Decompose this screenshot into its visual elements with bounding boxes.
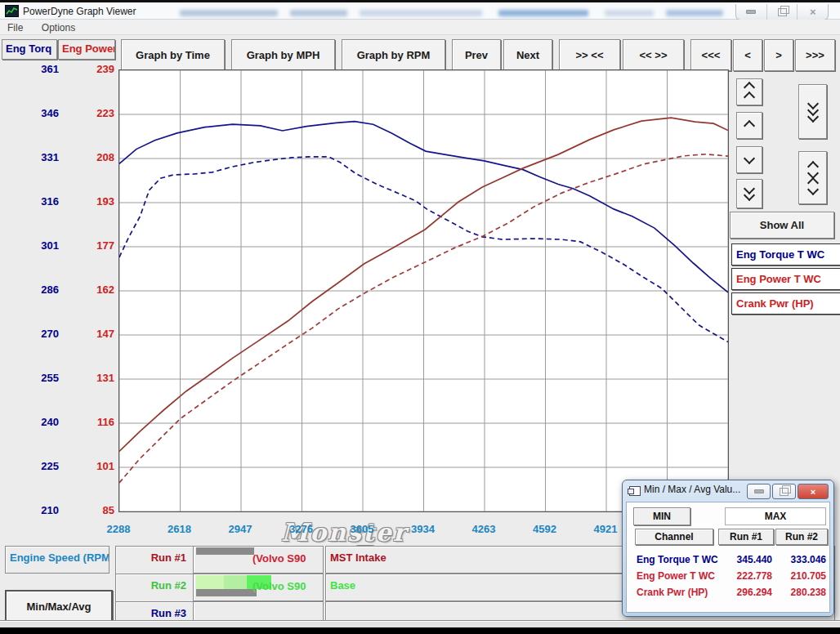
chevron-up-icon <box>744 91 755 102</box>
toolbar-button--[interactable]: <<< <box>690 39 731 71</box>
minmax-window-icon <box>629 486 641 496</box>
minmax-run2-value: 333.046 <box>775 554 826 565</box>
menubar: File Options <box>0 20 840 35</box>
toolbar-button--[interactable]: > <box>764 39 793 71</box>
minmax-row-crank-pwr-hp-: Crank Pwr (HP)296.294280.238 <box>627 584 829 601</box>
scroll-button-tall-down-down-down[interactable] <box>798 84 827 139</box>
toolbar-button-next[interactable]: Next <box>503 39 552 71</box>
graph-canvas <box>119 70 728 511</box>
y-tick-torque: 331 <box>16 151 59 163</box>
scroll-button-down-down[interactable] <box>736 179 762 208</box>
show-all-button[interactable]: Show All <box>730 212 834 239</box>
minmax-restore-button[interactable] <box>772 484 796 499</box>
minmax-minimize-button[interactable] <box>747 484 771 499</box>
y-tick-torque: 210 <box>16 504 59 516</box>
minmax-window-controls: × <box>747 484 829 499</box>
toolbar-button-graph-by-time[interactable]: Graph by Time <box>121 39 225 71</box>
minmax-channel-name: Eng Power T WC <box>637 570 715 582</box>
y-tick-power: 131 <box>72 372 114 384</box>
minimize-icon <box>754 489 764 493</box>
restore-button[interactable] <box>767 4 798 20</box>
redacted-text <box>180 10 278 16</box>
scroll-button-up[interactable] <box>736 112 762 139</box>
dyno-graph[interactable]: Monster Tune <box>118 69 729 512</box>
minimize-button[interactable] <box>736 4 767 20</box>
column-header-run2: Run #2 <box>775 529 828 545</box>
app-window: PowerDyne Graph Viewer × File Options En… <box>0 0 840 634</box>
restore-icon <box>778 8 787 16</box>
x-tick: 4263 <box>458 523 509 535</box>
chevron-down-icon <box>744 152 755 163</box>
chevron-up-icon <box>744 119 755 131</box>
x-tick: 2947 <box>215 523 266 535</box>
redacted-text <box>605 10 654 16</box>
window-controls: × <box>735 4 829 20</box>
minmaxavg-button[interactable]: Min/Max/Avg <box>5 590 113 623</box>
toolbar-button--[interactable]: << >> <box>623 39 684 71</box>
run1-swatch <box>196 547 254 555</box>
y-tick-torque: 225 <box>16 460 59 472</box>
scroll-button-up-up[interactable] <box>736 78 762 105</box>
toolbar-button--[interactable]: >> << <box>559 39 620 71</box>
y-tick-torque: 255 <box>16 372 59 384</box>
scroll-button-tall-up-down-up-down[interactable] <box>798 151 827 204</box>
y-tick-power: 101 <box>72 460 114 472</box>
x-tick: 4592 <box>520 523 570 535</box>
run2-gray-bar <box>196 589 257 596</box>
max-button[interactable]: MAX <box>725 507 826 525</box>
y-tick-torque: 316 <box>16 195 59 208</box>
y-tick-power: 239 <box>72 63 114 75</box>
engine-speed-box: Engine Speed (RPM) <box>5 546 109 574</box>
redacted-text <box>360 10 482 16</box>
y-tick-power: 162 <box>72 284 114 296</box>
toolbar-button-graph-by-rpm[interactable]: Graph by RPM <box>342 39 445 71</box>
x-tick: 2618 <box>154 523 205 535</box>
minmax-run2-value: 280.238 <box>775 587 826 598</box>
app-icon <box>5 5 19 17</box>
toolbar-button-prev[interactable]: Prev <box>452 39 501 71</box>
menu-file[interactable]: File <box>0 20 30 35</box>
run-legend-box-1: (Volvo S90 <box>193 546 324 574</box>
redacted-text <box>290 10 347 16</box>
engine-speed-label: Engine Speed (RPM) <box>6 547 109 564</box>
y-tick-power: 116 <box>72 416 114 428</box>
scroll-button-down[interactable] <box>736 146 762 173</box>
y-tick-torque: 346 <box>16 107 59 119</box>
minmax-row-eng-power-t-wc: Eng Power T WC222.778210.705 <box>627 568 829 584</box>
channel-button-eng-torque-t-wc[interactable]: Eng Torque T WC <box>731 243 840 266</box>
minmax-window[interactable]: Min / Max / Avg Valu... × MIN MAX Channe… <box>622 480 834 617</box>
minmax-window-title: Min / Max / Avg Valu... <box>644 484 740 495</box>
channel-button-eng-power-t-wc[interactable]: Eng Power T WC <box>731 268 840 290</box>
menu-options[interactable]: Options <box>34 20 83 35</box>
y-tick-torque: 301 <box>16 239 59 252</box>
close-icon: × <box>810 7 816 17</box>
channel-button-crank-pwr-hp-[interactable]: Crank Pwr (HP) <box>731 292 840 315</box>
run-legend-box-2: (Volvo S90 <box>193 574 324 601</box>
tab-eng-torque-axis[interactable]: Eng Torq <box>2 39 57 60</box>
close-button[interactable]: × <box>798 4 828 20</box>
x-tick: 2288 <box>93 523 144 535</box>
restore-icon <box>780 488 789 496</box>
tab-eng-power-axis[interactable]: Eng Power <box>58 39 115 60</box>
toolbar-button-graph-by-mph[interactable]: Graph by MPH <box>231 39 335 71</box>
minmax-channel-name: Eng Torque T WC <box>637 554 718 565</box>
toolbar-button--[interactable]: >>> <box>795 39 835 71</box>
y-tick-power: 85 <box>72 504 114 516</box>
minmax-body: MIN MAX Channel Run #1 Run #2 Eng Torque… <box>626 502 830 613</box>
minmax-close-button[interactable]: × <box>798 484 829 499</box>
x-tick: 3276 <box>276 523 327 535</box>
min-button[interactable]: MIN <box>633 507 690 525</box>
minmax-channel-name: Crank Pwr (HP) <box>637 587 708 598</box>
toolbar-button--[interactable]: < <box>733 39 762 71</box>
redacted-text <box>498 10 588 16</box>
run-legend-text-1: (Volvo S90 <box>252 552 306 565</box>
minmax-run2-value: 210.705 <box>775 570 826 582</box>
y-tick-power: 147 <box>72 328 114 340</box>
column-header-run1: Run #1 <box>718 529 774 545</box>
column-header-channel: Channel <box>635 529 713 545</box>
y-tick-torque: 240 <box>16 416 59 428</box>
y-tick-torque: 286 <box>16 284 59 296</box>
minmax-row-eng-torque-t-wc: Eng Torque T WC345.440333.046 <box>627 551 829 568</box>
screen-edge <box>0 627 840 634</box>
minmax-run1-value: 222.778 <box>708 570 772 582</box>
